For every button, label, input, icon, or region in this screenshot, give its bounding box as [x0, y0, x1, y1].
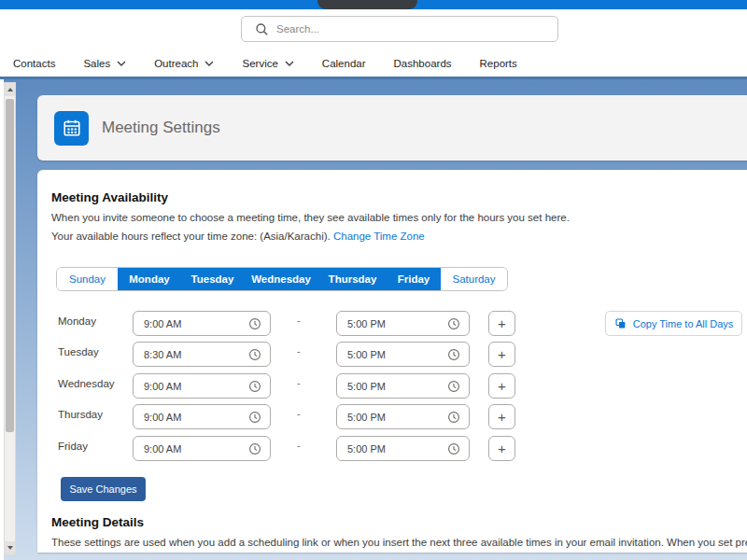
- start-time-input[interactable]: 9:00 AM: [133, 404, 271, 429]
- nav-tab-reports[interactable]: Reports: [480, 58, 517, 69]
- chevron-down-icon: [204, 61, 214, 66]
- time-range-separator: -: [297, 315, 301, 326]
- scroll-down-icon: [7, 546, 13, 550]
- nav-tab-outreach[interactable]: Outreach: [154, 58, 214, 69]
- day-label: Wednesday: [58, 378, 115, 389]
- nav-tab-service[interactable]: Service: [242, 58, 293, 69]
- end-time-input[interactable]: 5:00 PM: [336, 342, 470, 367]
- page-title: Meeting Settings: [102, 119, 220, 137]
- end-time-input[interactable]: 5:00 PM: [336, 373, 470, 399]
- clock-icon: [447, 348, 460, 361]
- day-tab-saturday[interactable]: Saturday: [441, 268, 507, 290]
- time-range-separator: -: [297, 377, 301, 388]
- app-chrome: Search... Contacts Sales Outreach Servic…: [0, 9, 747, 77]
- availability-row-tuesday: Tuesday 8:30 AM - 5:00 PM +: [37, 342, 635, 367]
- nav-tab-contacts[interactable]: Contacts: [13, 58, 55, 69]
- day-tab-monday[interactable]: Monday: [118, 268, 181, 290]
- day-tab-tuesday[interactable]: Tuesday: [181, 268, 244, 290]
- clock-icon: [248, 411, 261, 424]
- scroll-up-button[interactable]: [5, 83, 15, 96]
- clock-icon: [248, 442, 261, 455]
- day-tab-sunday[interactable]: Sunday: [57, 268, 118, 290]
- start-time-input[interactable]: 8:30 AM: [133, 342, 271, 367]
- copy-icon: [614, 317, 627, 329]
- time-range-separator: -: [297, 408, 301, 419]
- availability-heading: Meeting Availability: [51, 190, 168, 204]
- scrollbar-thumb[interactable]: [6, 99, 14, 432]
- chevron-down-icon: [117, 61, 126, 66]
- nav-tab-dashboards[interactable]: Dashboards: [394, 58, 452, 69]
- search-input[interactable]: Search...: [241, 16, 558, 42]
- add-time-slot-button[interactable]: +: [488, 404, 515, 429]
- browser-tab-notch: [317, 0, 417, 9]
- end-time-input[interactable]: 5:00 PM: [336, 311, 470, 336]
- vertical-scrollbar[interactable]: [4, 82, 16, 555]
- add-time-slot-button[interactable]: +: [488, 373, 515, 399]
- clock-icon: [447, 442, 460, 455]
- day-label: Friday: [58, 441, 88, 452]
- nav-tab-bar: Contacts Sales Outreach Service Calendar…: [13, 53, 517, 74]
- availability-description: When you invite someone to choose a meet…: [51, 212, 570, 223]
- clock-icon: [248, 317, 261, 330]
- clock-icon: [248, 380, 261, 393]
- availability-row-wednesday: Wednesday 9:00 AM - 5:00 PM +: [37, 373, 635, 399]
- clock-icon: [447, 317, 460, 330]
- nav-tab-sales[interactable]: Sales: [83, 58, 126, 69]
- start-time-input[interactable]: 9:00 AM: [133, 311, 271, 336]
- details-description: These settings are used when you add a s…: [51, 537, 747, 548]
- availability-row-friday: Friday 9:00 AM - 5:00 PM +: [37, 436, 635, 461]
- day-label: Thursday: [58, 409, 103, 420]
- time-range-separator: -: [297, 440, 301, 451]
- availability-row-monday: Monday 9:00 AM - 5:00 PM +: [37, 311, 635, 336]
- timezone-text: Your available hours reflect your time z…: [51, 231, 331, 242]
- browser-top-bar: [0, 0, 747, 9]
- copy-time-to-all-days-button[interactable]: Copy Time to All Days: [605, 311, 742, 336]
- app-window: Search... Contacts Sales Outreach Servic…: [0, 0, 747, 560]
- timezone-line: Your available hours reflect your time z…: [51, 231, 425, 242]
- scroll-up-icon: [7, 88, 13, 91]
- day-tab-thursday[interactable]: Thursday: [318, 268, 387, 290]
- time-range-separator: -: [297, 345, 301, 357]
- chevron-down-icon: [285, 61, 294, 66]
- calendar-icon: [54, 111, 89, 146]
- add-time-slot-button[interactable]: +: [488, 311, 515, 336]
- clock-icon: [248, 348, 261, 361]
- start-time-input[interactable]: 9:00 AM: [133, 373, 271, 399]
- day-label: Monday: [58, 315, 96, 327]
- end-time-input[interactable]: 5:00 PM: [336, 436, 470, 461]
- change-timezone-link[interactable]: Change Time Zone: [333, 231, 425, 242]
- clock-icon: [447, 411, 460, 424]
- save-changes-button[interactable]: Save Changes: [61, 477, 146, 501]
- day-label: Tuesday: [58, 346, 99, 357]
- add-time-slot-button[interactable]: +: [488, 342, 515, 367]
- add-time-slot-button[interactable]: +: [488, 436, 515, 461]
- day-tab-friday[interactable]: Friday: [387, 268, 441, 290]
- day-tab-wednesday[interactable]: Wednesday: [244, 268, 318, 290]
- search-icon: [255, 22, 269, 36]
- scroll-down-button[interactable]: [5, 541, 15, 554]
- day-tab-group: Sunday Monday Tuesday Wednesday Thursday…: [56, 267, 508, 291]
- details-heading: Meeting Details: [51, 515, 144, 529]
- clock-icon: [447, 380, 460, 393]
- copy-button-label: Copy Time to All Days: [633, 318, 734, 329]
- meeting-settings-card: Meeting Availability When you invite som…: [37, 170, 747, 553]
- start-time-input[interactable]: 9:00 AM: [133, 436, 271, 461]
- end-time-input[interactable]: 5:00 PM: [336, 404, 470, 429]
- availability-row-thursday: Thursday 9:00 AM - 5:00 PM +: [37, 404, 635, 429]
- search-placeholder: Search...: [276, 23, 319, 35]
- nav-tab-calendar[interactable]: Calendar: [322, 58, 366, 69]
- page-header-card: Meeting Settings: [37, 95, 747, 161]
